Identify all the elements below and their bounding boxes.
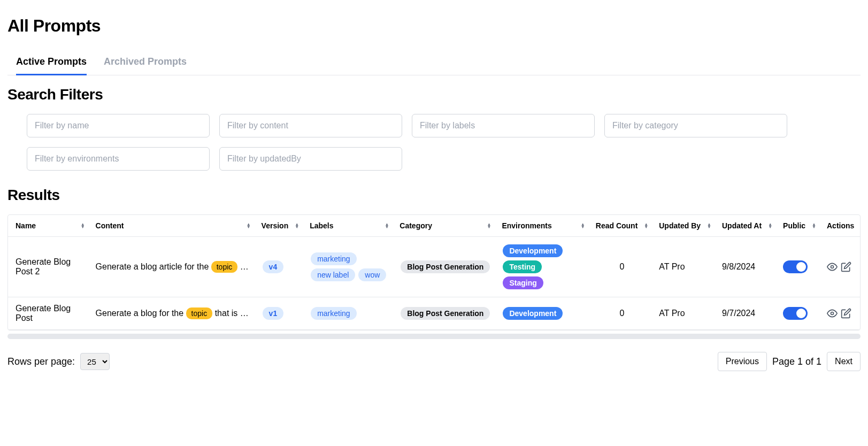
cell-updated-at: 9/7/2024 [717, 297, 778, 330]
environment-chip: Development [503, 307, 563, 320]
view-icon[interactable] [827, 308, 838, 319]
cell-updated-at: 9/8/2024 [717, 237, 778, 297]
topic-chip: topic [211, 261, 238, 273]
sort-icon[interactable] [247, 223, 251, 228]
column-header[interactable]: Actions [821, 215, 860, 237]
tab-archived-prompts[interactable]: Archived Prompts [104, 51, 187, 75]
sort-icon[interactable] [812, 223, 816, 228]
column-header[interactable]: Updated By [654, 215, 717, 237]
sort-icon[interactable] [581, 223, 585, 228]
filter-environments-input[interactable] [27, 147, 210, 171]
cell-category: Blog Post Generation [394, 297, 496, 330]
version-chip: v4 [263, 260, 284, 273]
label-chip: marketing [311, 307, 356, 320]
label-chip: new label [311, 268, 355, 281]
column-header-label: Actions [827, 221, 854, 230]
column-header-label: Labels [310, 221, 333, 230]
cell-version: v1 [256, 297, 305, 330]
svg-point-1 [831, 312, 833, 315]
column-header-label: Name [16, 221, 36, 230]
sort-icon[interactable] [81, 223, 85, 228]
cell-version: v4 [256, 237, 305, 297]
table-row: Generate Blog PostGenerate a blog for th… [8, 297, 860, 330]
horizontal-scrollbar[interactable] [7, 334, 861, 339]
sort-icon[interactable] [644, 223, 648, 228]
cell-labels: marketing [304, 297, 394, 330]
sort-icon[interactable] [487, 223, 491, 228]
cell-name: Generate Blog Post 2 [8, 237, 90, 297]
edit-icon[interactable] [841, 262, 851, 272]
view-icon[interactable] [827, 262, 838, 272]
cell-environments: Development [496, 297, 590, 330]
public-toggle[interactable] [783, 307, 808, 320]
column-header-label: Environments [502, 221, 551, 230]
column-header[interactable]: Version [256, 215, 305, 237]
cell-labels: marketingnew labelwow [304, 237, 394, 297]
column-header-label: Public [783, 221, 805, 230]
column-header-label: Content [96, 221, 124, 230]
label-chip: marketing [311, 252, 356, 265]
column-header-label: Category [400, 221, 432, 230]
sort-icon[interactable] [385, 223, 389, 228]
column-header-label: Updated By [659, 221, 701, 230]
pagination: Rows per page: 25 Previous Page 1 of 1 N… [7, 352, 861, 371]
column-header[interactable]: Read Count [590, 215, 654, 237]
table-row: Generate Blog Post 2Generate a blog arti… [8, 237, 860, 297]
cell-read-count: 0 [590, 237, 654, 297]
environment-chip: Development [503, 244, 563, 257]
column-header-label: Read Count [596, 221, 638, 230]
cell-category: Blog Post Generation [394, 237, 496, 297]
column-header[interactable]: Category [394, 215, 496, 237]
column-header-label: Updated At [722, 221, 762, 230]
filter-updatedby-input[interactable] [219, 147, 402, 171]
filter-name-input[interactable] [27, 114, 210, 137]
search-filters-title: Search Filters [7, 86, 861, 103]
column-header[interactable]: Labels [304, 215, 394, 237]
tab-active-prompts[interactable]: Active Prompts [16, 51, 87, 75]
version-chip: v1 [263, 307, 284, 320]
next-button[interactable]: Next [827, 352, 861, 371]
cell-actions [821, 297, 860, 330]
cell-read-count: 0 [590, 297, 654, 330]
svg-point-0 [831, 266, 833, 268]
results-table: NameContentVersionLabelsCategoryEnvironm… [8, 215, 860, 330]
filter-content-input[interactable] [219, 114, 402, 137]
label-chip: wow [358, 268, 386, 281]
cell-public [778, 237, 821, 297]
previous-button[interactable]: Previous [718, 352, 767, 371]
sort-icon[interactable] [707, 223, 711, 228]
public-toggle[interactable] [783, 260, 808, 273]
results-table-wrap: NameContentVersionLabelsCategoryEnvironm… [7, 214, 861, 330]
cell-updated-by: AT Pro [654, 237, 717, 297]
column-header[interactable]: Updated At [717, 215, 778, 237]
column-header[interactable]: Environments [496, 215, 590, 237]
cell-content: Generate a blog article for the topic th… [90, 237, 256, 297]
sort-icon[interactable] [295, 223, 299, 228]
category-chip: Blog Post Generation [401, 260, 490, 273]
filter-labels-input[interactable] [412, 114, 595, 137]
cell-updated-by: AT Pro [654, 297, 717, 330]
environment-chip: Staging [503, 276, 543, 289]
sort-icon[interactable] [768, 223, 772, 228]
page-title: All Prompts [7, 16, 861, 36]
cell-name: Generate Blog Post [8, 297, 90, 330]
topic-chip: topic [186, 307, 213, 319]
page-info: Page 1 of 1 [772, 356, 821, 367]
cell-content: Generate a blog for the topic that is at… [90, 297, 256, 330]
column-header[interactable]: Name [8, 215, 90, 237]
column-header-label: Version [262, 221, 289, 230]
rows-per-page-select[interactable]: 25 [80, 353, 110, 370]
environment-chip: Testing [503, 260, 542, 273]
cell-actions [821, 237, 860, 297]
rows-per-page-label: Rows per page: [7, 356, 75, 367]
tabs: Active Prompts Archived Prompts [7, 51, 861, 75]
cell-public [778, 297, 821, 330]
column-header[interactable]: Public [778, 215, 821, 237]
pager: Previous Page 1 of 1 Next [718, 352, 861, 371]
rows-per-page: Rows per page: 25 [7, 353, 110, 370]
filter-category-input[interactable] [604, 114, 787, 137]
category-chip: Blog Post Generation [401, 307, 490, 320]
edit-icon[interactable] [841, 308, 851, 319]
results-title: Results [7, 187, 861, 204]
column-header[interactable]: Content [90, 215, 256, 237]
